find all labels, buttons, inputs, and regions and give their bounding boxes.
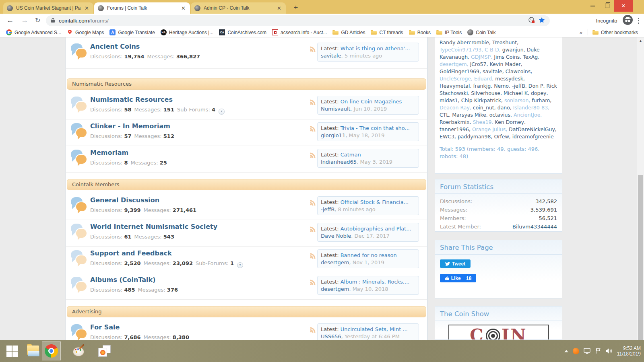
latest-user-link[interactable]: Indianhead65: [321, 159, 357, 165]
forum-title-link[interactable]: Numismatic Resources: [90, 96, 173, 103]
rss-icon[interactable]: [310, 200, 316, 206]
category-header[interactable]: Cointalk Members: [67, 179, 426, 190]
member-link[interactable]: Jims Coins,: [494, 54, 523, 60]
member-link[interactable]: Marsyas Mike,: [452, 112, 489, 118]
bookmark-item[interactable]: Coin Talk: [464, 29, 498, 36]
scrollbar-thumb[interactable]: [638, 175, 643, 340]
member-link[interactable]: TypeCoin971793,: [440, 47, 485, 53]
member-link[interactable]: Islander80-83,: [513, 105, 549, 111]
subforums-toggle-icon[interactable]: ▾: [237, 262, 243, 268]
browser-menu-icon[interactable]: [638, 18, 640, 24]
member-link[interactable]: JCro57,: [470, 61, 490, 67]
bookmarks-overflow-icon[interactable]: »: [576, 29, 586, 35]
other-bookmarks-button[interactable]: Other bookmarks: [590, 29, 641, 36]
member-link[interactable]: messydesk,: [495, 76, 525, 82]
member-link[interactable]: Michael K,: [504, 90, 531, 96]
new-tab-button[interactable]: +: [291, 3, 301, 13]
forum-title-link[interactable]: World Internet Numismatic Society: [90, 223, 217, 230]
latest-user-link[interactable]: savitale: [321, 53, 341, 59]
cookies-blocked-icon[interactable]: [528, 16, 535, 25]
browser-tab-3[interactable]: Admin CP - Coin Talk ✕: [191, 2, 286, 14]
latest-user-link[interactable]: USS656: [321, 333, 341, 339]
member-link[interactable]: desertgem,: [440, 61, 470, 67]
member-link[interactable]: Orange Julius,: [472, 126, 509, 132]
coin-show-image[interactable]: C IN: [448, 325, 549, 340]
member-link[interactable]: Shea19,: [473, 119, 495, 125]
subforums-toggle-icon[interactable]: ▾: [219, 109, 225, 115]
latest-thread-link[interactable]: Trivia - The coin that sho...: [341, 125, 410, 131]
file-explorer-button[interactable]: [23, 341, 42, 360]
close-button[interactable]: ✕: [614, 0, 633, 12]
member-link[interactable]: Roerbakmix,: [440, 119, 473, 125]
rss-icon[interactable]: [310, 279, 316, 286]
member-link[interactable]: Silverhouse,: [471, 90, 504, 96]
latest-thread-link[interactable]: Banned for no reason: [341, 252, 397, 258]
latest-user-link[interactable]: giorgio11: [321, 132, 345, 138]
member-link[interactable]: Ken Dorney,: [495, 119, 526, 125]
bookmark-item[interactable]: Heritage Auctions |...: [158, 29, 217, 36]
member-link[interactable]: AncientJoe,: [514, 112, 542, 118]
member-link[interactable]: EWC3,: [440, 134, 458, 140]
member-link[interactable]: frankjg,: [473, 83, 494, 89]
member-link[interactable]: Heavymetal,: [440, 83, 473, 89]
forward-icon[interactable]: →: [21, 16, 28, 25]
latest-user-link[interactable]: desertgem: [321, 259, 349, 265]
facebook-like-button[interactable]: Like 18: [440, 274, 476, 282]
forum-title-link[interactable]: Albums (CoinTalk): [90, 276, 155, 284]
avast-tray-icon[interactable]: [573, 348, 579, 354]
volume-tray-icon[interactable]: [605, 348, 613, 354]
member-link[interactable]: GDJMSP,: [471, 54, 494, 60]
page-scrollbar[interactable]: ▲: [637, 37, 644, 340]
restore-button[interactable]: [600, 0, 614, 12]
scroll-up-icon[interactable]: ▲: [637, 39, 644, 43]
photo-viewer-button[interactable]: [95, 341, 114, 360]
member-link[interactable]: gwanjun,: [502, 47, 527, 53]
latest-thread-link[interactable]: What is thing on Athena'...: [341, 45, 410, 51]
bookmark-item[interactable]: Google Maps: [64, 29, 107, 36]
member-link[interactable]: savitale,: [483, 68, 506, 74]
latest-user-link[interactable]: desertgem: [321, 286, 349, 292]
chrome-taskbar-button-active[interactable]: [42, 341, 61, 360]
browser-tab-2-active[interactable]: Forums | Coin Talk ✕: [94, 2, 190, 14]
member-link[interactable]: Deacon Ray,: [440, 105, 473, 111]
forum-title-link[interactable]: For Sale: [90, 323, 120, 331]
member-link[interactable]: dano,: [497, 105, 513, 111]
member-link[interactable]: octavius,: [489, 112, 514, 118]
category-header[interactable]: Numismatic Resources: [67, 78, 426, 90]
minimize-button[interactable]: [585, 0, 600, 12]
member-link[interactable]: Clawcoins,: [506, 68, 533, 74]
latest-thread-link[interactable]: On-line Coin Magazines: [341, 99, 402, 105]
member-link[interactable]: dopey,: [531, 90, 548, 96]
member-link[interactable]: furham,: [532, 97, 551, 103]
latest-user-link[interactable]: Dave Noble: [321, 233, 351, 239]
tab-close-icon[interactable]: ✕: [276, 5, 282, 11]
rss-icon[interactable]: [310, 99, 316, 105]
bookmark-item[interactable]: acsearch.info - Auct...: [269, 29, 330, 36]
hidden-icons-chevron[interactable]: [564, 350, 568, 352]
latest-thread-link[interactable]: Uncirculated Sets, Mint ...: [341, 326, 408, 332]
forum-title-link[interactable]: General Discussion: [90, 196, 159, 204]
member-link[interactable]: C-B-D,: [485, 47, 502, 53]
bookmark-item[interactable]: GD Articles: [330, 29, 368, 36]
bookmark-item[interactable]: Books: [406, 29, 433, 36]
rss-icon[interactable]: [310, 152, 316, 158]
forum-title-link[interactable]: Memoriam: [90, 149, 128, 156]
browser-tab-1[interactable]: US Coin Market Stagnant | Page ✕: [3, 2, 93, 14]
member-link[interactable]: CTL,: [440, 112, 452, 118]
forum-title-link[interactable]: Clinker - In Memoriam: [90, 122, 170, 130]
member-link[interactable]: Kevin Mader,: [489, 61, 522, 67]
member-link[interactable]: idreamofgreenie,: [512, 134, 554, 140]
category-header[interactable]: Advertising: [67, 306, 426, 317]
member-link[interactable]: tanner1996,: [440, 126, 472, 132]
member-link[interactable]: -jeffB,: [512, 83, 528, 89]
member-link[interactable]: Don P,: [528, 83, 547, 89]
bookmark-item[interactable]: IP Tools: [433, 29, 464, 36]
member-link[interactable]: TexAg,: [523, 54, 539, 60]
bookmark-item[interactable]: CT threads: [368, 29, 406, 36]
member-link[interactable]: UncleScroge,: [440, 76, 474, 82]
network-tray-icon[interactable]: [584, 348, 591, 354]
member-link[interactable]: midas1,: [440, 97, 461, 103]
taskbar-clock[interactable]: 9:52 AM 11/18/2019: [617, 346, 641, 357]
latest-thread-link[interactable]: Album : Minerals, Rocks,...: [341, 279, 410, 285]
forum-title-link[interactable]: Support and Feedback: [90, 249, 172, 257]
